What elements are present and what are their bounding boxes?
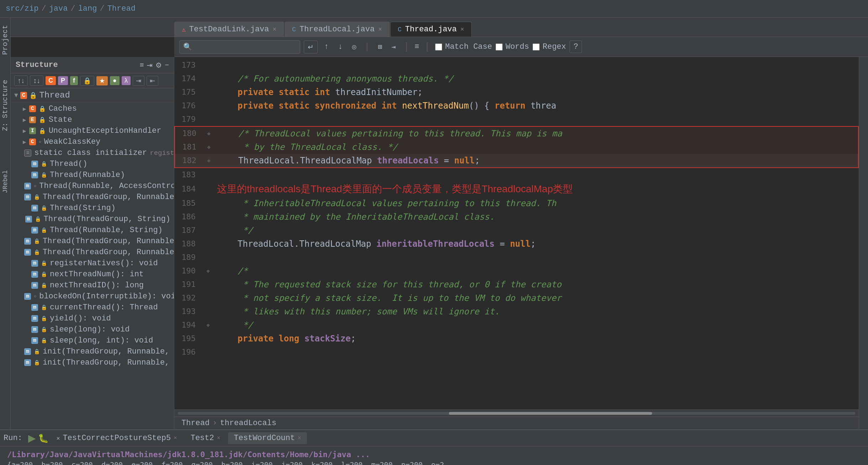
- line-code: * not specify a stack size. It is up to …: [213, 291, 859, 305]
- tab-threadlocal-close[interactable]: ×: [378, 26, 382, 33]
- list-item[interactable]: m 🔒 Thread(ThreadGroup, Runnable, String…: [11, 247, 174, 258]
- filter-lambda-btn[interactable]: λ: [122, 76, 131, 85]
- project-sidebar-item[interactable]: Project: [1, 25, 9, 55]
- bottom-tab-2[interactable]: Test2 ×: [185, 432, 226, 444]
- list-item[interactable]: m 🔒 Thread(ThreadGroup, String): [11, 214, 174, 225]
- line-num: 180: [175, 127, 203, 140]
- search-enter-btn[interactable]: ↵: [304, 41, 318, 53]
- search-input-wrap[interactable]: 🔍: [179, 40, 300, 54]
- list-item[interactable]: ▶ E 🔒 State: [11, 114, 174, 125]
- filter-circle-btn[interactable]: ●: [110, 76, 120, 85]
- regex-label[interactable]: Regex: [533, 42, 566, 51]
- list-item[interactable]: m 🔒 init(ThreadGroup, Runnable, String, …: [11, 346, 174, 357]
- list-item[interactable]: m 🔒 yield(): void: [11, 313, 174, 324]
- filter-outdent-btn[interactable]: ⇤: [147, 76, 158, 86]
- run-debug-btn[interactable]: 🐛: [38, 433, 49, 443]
- run-play-btn[interactable]: ▶: [28, 432, 36, 444]
- tab-thread[interactable]: C Thread.java ×: [390, 22, 472, 37]
- filter-lock-btn[interactable]: 🔒: [80, 76, 94, 86]
- line-code: private static int threadInitNumber;: [213, 85, 859, 99]
- line-num: 175: [174, 85, 203, 99]
- bottom-path: /Library/Java/JavaVirtualMachines/jdk1.8…: [7, 450, 861, 459]
- breadcrumb-java: java: [49, 4, 68, 13]
- words-label[interactable]: Words: [496, 42, 529, 51]
- run-label: Run:: [4, 434, 22, 443]
- list-item[interactable]: m 🔒 Thread(ThreadGroup, Runnable): [11, 192, 174, 203]
- search-indent-btn[interactable]: ⇥: [388, 41, 398, 53]
- bottom-tab-1-close-icon: ✕: [57, 435, 60, 442]
- match-case-label[interactable]: Match Case: [435, 42, 492, 51]
- list-item[interactable]: ▶ C ○ WeakClassKey: [11, 136, 174, 147]
- tab-testdeadlink[interactable]: ⚠ TestDeadLink.java ×: [174, 22, 284, 37]
- help-btn[interactable]: ?: [570, 41, 582, 53]
- list-item[interactable]: m 🔒 registerNatives(): void: [11, 258, 174, 269]
- list-item[interactable]: m 🔒 nextThreadNum(): int: [11, 269, 174, 280]
- breadcrumb-class: Thread: [107, 4, 136, 13]
- line-code: private static synchronized int nextThre…: [213, 99, 859, 113]
- tab-testdeadlink-close[interactable]: ×: [272, 26, 276, 33]
- scroll-thumb[interactable]: [449, 412, 652, 415]
- list-item[interactable]: m 🔒 nextThreadID(): long: [11, 280, 174, 291]
- line-num: 187: [174, 224, 203, 237]
- search-up-btn[interactable]: ↑: [321, 41, 332, 53]
- tree-container: ▶ C 🔒 Caches ▶ E 🔒 State ▶: [11, 103, 174, 429]
- code-line-175: 175 private static int threadInitNumber;: [174, 85, 859, 99]
- bottom-tab-2-close[interactable]: ×: [217, 435, 221, 442]
- bottom-tab-1-close[interactable]: ×: [174, 435, 177, 442]
- search-target-btn[interactable]: ◎: [349, 41, 359, 53]
- sidebar-sort-btn[interactable]: ≡: [140, 61, 144, 69]
- sidebar-gear-btn[interactable]: ⚙: [155, 61, 162, 69]
- list-item[interactable]: m 🔒 currentThread(): Thread: [11, 302, 174, 313]
- line-num: 179: [174, 113, 203, 126]
- filter-star-btn[interactable]: ★: [96, 76, 108, 85]
- search-expand-btn[interactable]: ⊞: [375, 41, 385, 53]
- search-down-btn[interactable]: ↓: [335, 41, 345, 53]
- list-item[interactable]: ▶ C 🔒 Caches: [11, 103, 174, 114]
- bottom-tab-3-close[interactable]: ×: [298, 435, 301, 442]
- breadcrumb-sep: ›: [212, 419, 217, 428]
- badge-c-root: C: [20, 92, 27, 99]
- sidebar-close-btn[interactable]: −: [165, 61, 169, 69]
- tree-root[interactable]: ▼ C 🔒 Thread: [14, 90, 170, 100]
- tab-thread-close[interactable]: ×: [460, 26, 464, 33]
- line-code: * by the ThreadLocal class. */: [214, 140, 858, 154]
- tab-threadlocal[interactable]: C ThreadLocal.java ×: [285, 22, 390, 37]
- list-item[interactable]: m 🔒 Thread(ThreadGroup, Runnable, String…: [11, 236, 174, 247]
- list-item[interactable]: m 🔒 sleep(long): void: [11, 324, 174, 335]
- list-item[interactable]: = static class initializer registerNativ…: [11, 147, 174, 158]
- line-code: */: [213, 318, 859, 332]
- regex-checkbox[interactable]: [533, 43, 540, 51]
- filter-sort1-btn[interactable]: ↑↓: [14, 75, 28, 86]
- list-item[interactable]: m 🔒 init(ThreadGroup, Runnable, String, …: [11, 357, 174, 368]
- bottom-tab-3[interactable]: TestWordCount ×: [228, 432, 307, 444]
- tree-root-expand[interactable]: ▼: [14, 92, 18, 99]
- line-code: * likes with this number; some VMs will …: [213, 305, 859, 318]
- highlight-section: 180 ◆ /* ThreadLocal values pertaining t…: [174, 126, 859, 168]
- rebel-sidebar-item[interactable]: JRebel: [2, 170, 9, 193]
- sidebar-title: Structure: [16, 61, 58, 69]
- filter-sort2-btn[interactable]: ↕↓: [30, 75, 43, 86]
- words-checkbox[interactable]: [496, 43, 503, 51]
- filter-c-btn[interactable]: C: [46, 76, 56, 85]
- filter-f-btn[interactable]: f: [70, 76, 78, 85]
- line-num: 195: [174, 332, 203, 345]
- list-item[interactable]: m 🔒 sleep(long, int): void: [11, 335, 174, 346]
- filter-p-btn[interactable]: P: [58, 76, 68, 85]
- sidebar-expand-btn[interactable]: ⇥: [147, 61, 153, 69]
- match-case-checkbox[interactable]: [435, 43, 442, 51]
- code-line-181: 181 ◆ * by the ThreadLocal class. */: [175, 140, 858, 154]
- code-line-193: 193 * likes with this number; some VMs w…: [174, 305, 859, 318]
- list-item[interactable]: m ○ Thread(Runnable, AccessControlContex…: [11, 181, 174, 192]
- structure-sidebar-item[interactable]: Z: Structure: [1, 80, 9, 131]
- horizontal-scrollbar[interactable]: [174, 409, 859, 417]
- bottom-tab-1[interactable]: ✕ TestCorrectPostureStep5 ×: [51, 432, 183, 444]
- search-input[interactable]: [195, 42, 296, 51]
- list-item[interactable]: m 🔒 Thread(Runnable): [11, 169, 174, 181]
- filter-indent-btn[interactable]: ⇥: [133, 76, 144, 86]
- list-item[interactable]: ▶ I 🔒 UncaughtExceptionHandler: [11, 125, 174, 136]
- list-item[interactable]: m ○ blockedOn(Interruptible): void: [11, 291, 174, 302]
- list-item[interactable]: m 🔒 Thread(Runnable, String): [11, 225, 174, 236]
- list-item[interactable]: m 🔒 Thread(String): [11, 203, 174, 214]
- list-item[interactable]: m 🔒 Thread(): [11, 158, 174, 169]
- scroll-track[interactable]: [178, 412, 855, 415]
